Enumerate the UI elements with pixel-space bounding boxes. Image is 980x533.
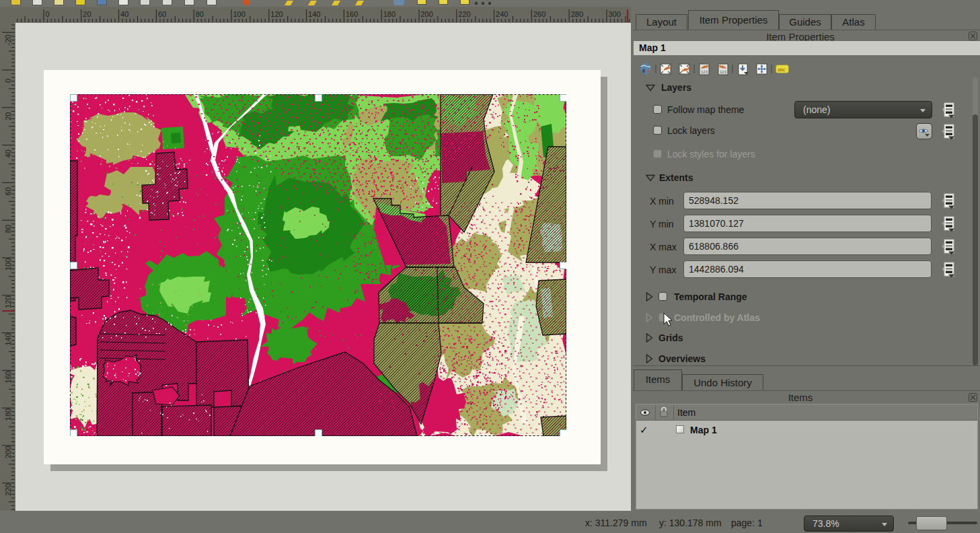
svg-text:20: 20 [4,112,12,120]
svg-text:40: 40 [4,149,12,157]
svg-text:160: 160 [4,371,12,383]
svg-text:123: 123 [701,70,708,74]
svg-text:280: 280 [571,10,583,18]
svg-text:160: 160 [346,10,358,18]
svg-text:20: 20 [83,10,91,18]
svg-text:220: 220 [458,10,470,18]
svg-text:abc: abc [778,67,786,72]
svg-text:220: 220 [4,483,12,495]
svg-text:240: 240 [496,10,508,18]
svg-text:260: 260 [533,10,545,18]
svg-text:0: 0 [46,10,50,18]
svg-text:140: 140 [308,10,320,18]
svg-text:120: 120 [270,10,282,18]
svg-text:120: 120 [4,295,12,308]
svg-text:100: 100 [4,258,12,271]
svg-text:140: 140 [4,333,12,345]
svg-text:123: 123 [720,70,727,74]
svg-text:60: 60 [4,187,12,195]
svg-text:80: 80 [196,10,204,18]
svg-text:0: 0 [4,79,12,83]
svg-text:-20: -20 [4,34,12,45]
svg-text:80: 80 [4,225,12,233]
svg-text:100: 100 [233,10,246,18]
svg-text:180: 180 [4,408,12,421]
svg-text:200: 200 [421,10,433,18]
svg-text:180: 180 [383,10,395,18]
svg-text:200: 200 [4,446,12,458]
svg-text:40: 40 [120,10,128,18]
svg-text:300: 300 [609,10,621,18]
svg-text:60: 60 [158,10,166,18]
